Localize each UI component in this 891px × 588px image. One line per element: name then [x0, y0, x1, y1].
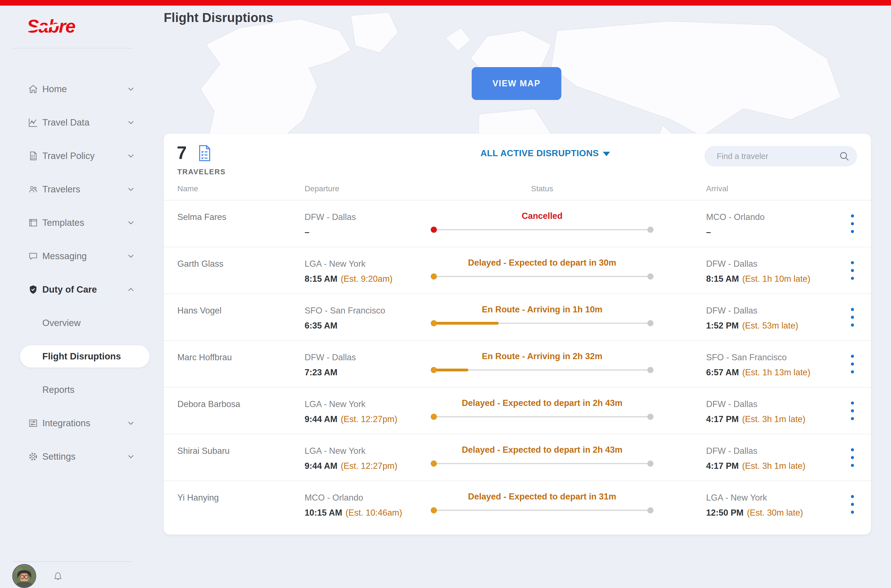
- sidebar-subitem-reports[interactable]: Reports: [0, 373, 152, 406]
- arrival-airport: SFO - San Francisco: [706, 352, 810, 363]
- sidebar-item-integrations[interactable]: Integrations: [0, 406, 152, 440]
- table-row: Garth Glass LGA - New York 8:15 AM(Est. …: [164, 247, 871, 294]
- departure-airport: SFO - San Francisco: [304, 306, 385, 316]
- sidebar-item-settings[interactable]: Settings: [0, 440, 152, 473]
- arrival-estimate: (Est. 30m late): [747, 508, 803, 518]
- row-actions-menu-icon[interactable]: [844, 213, 860, 236]
- chevron-down-icon: [126, 452, 136, 461]
- progress-destination-dot: [647, 320, 654, 326]
- arrival-estimate: (Est. 3h 1m late): [742, 414, 805, 424]
- sidebar-divider: [12, 48, 132, 48]
- arrival-estimate: (Est. 1h 13m late): [742, 368, 810, 377]
- arrival-airport: DFW - Dallas: [706, 306, 798, 316]
- progress-origin-dot: [431, 414, 437, 420]
- sidebar-item-label: Messaging: [42, 251, 87, 261]
- disruption-filter-dropdown[interactable]: ALL ACTIVE DISRUPTIONS: [406, 148, 684, 158]
- chat-bubble-icon: [28, 250, 39, 262]
- sidebar-item-travelers[interactable]: Travelers: [0, 172, 152, 206]
- progress-destination-dot: [647, 273, 654, 279]
- traveler-name: Shirai Subaru: [177, 446, 230, 456]
- traveler-list-icon: [197, 144, 212, 162]
- sidebar-item-travel-data[interactable]: Travel Data: [0, 106, 152, 139]
- table-row: Yi Hanying MCO - Orlando 10:15 AM(Est. 1…: [164, 480, 871, 527]
- chevron-down-icon: [126, 151, 136, 160]
- line-chart-icon: [28, 117, 39, 128]
- sidebar-item-home[interactable]: Home: [0, 72, 152, 106]
- progress-origin-dot: [431, 320, 437, 326]
- flight-progress-bar: [431, 507, 654, 514]
- sabre-logo[interactable]: Sabre: [27, 16, 75, 37]
- table-row: Shirai Subaru LGA - New York 9:44 AM(Est…: [164, 434, 871, 480]
- notifications-bell-icon[interactable]: [52, 570, 64, 582]
- flight-status: Cancelled: [403, 211, 681, 221]
- disruptions-panel: 7 TRAVELERS ALL ACTIVE DISRUPTIONS Name …: [164, 134, 871, 534]
- arrival-time: 4:17 PM: [706, 414, 739, 424]
- progress-fill: [434, 322, 499, 325]
- traveler-search: [705, 146, 857, 166]
- flight-status: Delayed - Expected to depart in 31m: [403, 492, 681, 502]
- arrival-airport: LGA - New York: [706, 493, 803, 503]
- sidebar-item-templates[interactable]: Templates: [0, 206, 152, 239]
- progress-destination-dot: [647, 460, 654, 466]
- row-actions-menu-icon[interactable]: [844, 400, 860, 423]
- sidebar-item-duty-of-care[interactable]: Duty of Care: [0, 273, 152, 306]
- progress-track: [434, 510, 650, 511]
- search-input[interactable]: [717, 146, 836, 166]
- chevron-down-icon: [126, 218, 136, 228]
- arrival-time: 8:15 AM: [706, 274, 739, 284]
- row-actions-menu-icon[interactable]: [844, 306, 860, 330]
- table-row: Marc Hoffbrau DFW - Dallas 7:23 AM En Ro…: [164, 340, 871, 387]
- departure-airport: DFW - Dallas: [304, 212, 356, 222]
- arrival-airport: DFW - Dallas: [706, 259, 810, 269]
- traveler-name: Yi Hanying: [177, 493, 219, 503]
- progress-track: [434, 416, 650, 417]
- row-actions-menu-icon[interactable]: [844, 353, 860, 376]
- sidebar-divider: [12, 561, 132, 562]
- gear-icon: [28, 451, 39, 462]
- sliders-icon: [28, 418, 39, 429]
- flight-progress-bar: [431, 366, 654, 374]
- departure-cell: DFW - Dallas 7:23 AM: [304, 352, 356, 378]
- column-header-name: Name: [177, 184, 198, 193]
- arrival-cell: LGA - New York 12:50 PM(Est. 30m late): [706, 493, 803, 518]
- arrival-time: 1:52 PM: [706, 321, 739, 330]
- row-actions-menu-icon[interactable]: [844, 260, 860, 283]
- sidebar-subitem-flight-disruptions[interactable]: Flight Disruptions: [0, 340, 152, 373]
- departure-time: 6:35 AM: [304, 321, 338, 330]
- table-row: Hans Vogel SFO - San Francisco 6:35 AM E…: [164, 294, 871, 340]
- departure-time: 8:15 AM: [304, 274, 338, 284]
- sidebar: Sabre Home Travel Data Tr: [0, 6, 152, 588]
- user-avatar[interactable]: [12, 564, 36, 588]
- flight-status: En Route - Arriving in 2h 32m: [403, 351, 681, 362]
- sidebar-item-travel-policy[interactable]: Travel Policy: [0, 139, 152, 172]
- arrival-cell: DFW - Dallas 4:17 PM(Est. 3h 1m late): [706, 399, 806, 424]
- arrival-estimate: (Est. 1h 10m late): [742, 274, 810, 284]
- column-header-arrival: Arrival: [706, 184, 728, 193]
- departure-time: 10:15 AM: [304, 508, 342, 518]
- departure-time: 9:44 AM: [304, 414, 338, 424]
- progress-fill: [434, 369, 468, 371]
- traveler-count: 7: [177, 142, 187, 163]
- sidebar-item-label: Travel Policy: [42, 151, 94, 161]
- sidebar-item-label: Integrations: [42, 418, 90, 429]
- departure-airport: LGA - New York: [304, 259, 393, 269]
- sidebar-subitem-overview[interactable]: Overview: [0, 306, 152, 340]
- profile-area: [12, 564, 64, 588]
- row-actions-menu-icon[interactable]: [844, 447, 860, 470]
- flight-progress-bar: [431, 320, 654, 327]
- row-actions-menu-icon[interactable]: [844, 494, 860, 517]
- chevron-down-icon: [126, 251, 136, 261]
- search-icon[interactable]: [838, 151, 850, 162]
- column-header-status: Status: [431, 184, 654, 193]
- arrival-airport: MCO - Orlando: [706, 212, 765, 222]
- departure-cell: LGA - New York 9:44 AM(Est. 12:27pm): [304, 446, 398, 471]
- caret-down-icon: [603, 152, 610, 156]
- arrival-time: 12:50 PM: [706, 508, 743, 518]
- progress-destination-dot: [647, 507, 654, 513]
- arrival-cell: DFW - Dallas 8:15 AM(Est. 1h 10m late): [706, 259, 810, 284]
- departure-cell: LGA - New York 8:15 AM(Est. 9:20am): [304, 259, 393, 284]
- sidebar-item-messaging[interactable]: Messaging: [0, 239, 152, 273]
- view-map-button[interactable]: VIEW MAP: [472, 67, 561, 100]
- people-icon: [28, 184, 39, 195]
- departure-cell: SFO - San Francisco 6:35 AM: [304, 306, 385, 331]
